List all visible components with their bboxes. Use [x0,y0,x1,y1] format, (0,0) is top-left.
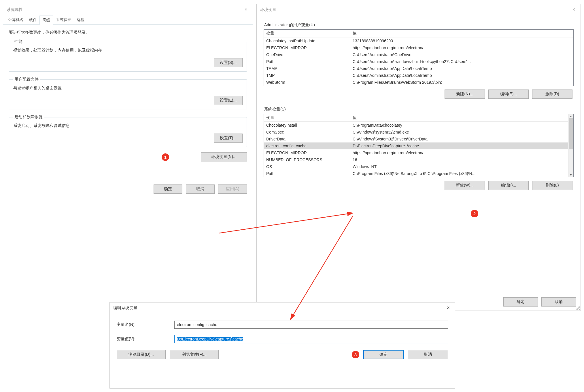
table-row[interactable]: PathC:\Users\Administrator\.windows-buil… [264,58,573,65]
sys-table-scrollbar[interactable]: ▲ ▼ [568,114,573,177]
admin-note: 要进行大多数更改，你必须作为管理员登录。 [9,30,247,35]
var-name-label: 变量名(N): [117,322,174,327]
cell-variable: OS [264,163,350,170]
table-row[interactable]: NUMBER_OF_PROCESSORS16 [264,156,568,163]
close-icon[interactable]: × [445,305,451,311]
callout-1: 1 [162,153,169,161]
user-edit-button[interactable]: 编辑(E)... [488,90,529,99]
var-name-input[interactable]: electron_config_cache [174,321,448,329]
sysprops-ok-button[interactable]: 确定 [154,184,182,194]
user-delete-button[interactable]: 删除(D) [532,90,572,99]
col-variable[interactable]: 变量 [264,114,350,122]
cell-variable: DriverData [264,136,350,142]
cell-variable: ChocolateyInstall [264,122,350,129]
performance-legend: 性能 [13,39,24,44]
scroll-down-icon[interactable]: ▼ [570,173,572,176]
tab-system-protection[interactable]: 系统保护 [53,16,74,24]
cell-value: https://npm.taobao.org/mirrors/electron/ [350,149,568,156]
table-row[interactable]: DriverDataC:\Windows\System32\Drivers\Dr… [264,136,568,142]
cell-value: C:\Program Files (x86)\NetSarang\Xftp 6\… [350,170,568,177]
table-row[interactable]: TMPC:\Users\Administrator\AppData\Local\… [264,72,573,79]
cell-variable: Path [264,170,350,177]
envvars-titlebar: 环境变量 × [257,4,581,14]
cell-variable: ChocolateyLastPathUpdate [264,37,350,44]
cell-value: https://npm.taobao.org/mirrors/electron/ [350,44,573,51]
resize-grip-icon[interactable] [576,306,580,310]
performance-settings-button[interactable]: 设置(S)... [214,58,243,67]
startup-desc: 系统启动、系统故障和调试信息 [13,123,243,128]
col-value[interactable]: 值 [350,114,568,122]
performance-desc: 视觉效果，处理器计划，内存使用，以及虚拟内存 [13,48,243,53]
startup-settings-button[interactable]: 设置(T)... [214,134,243,143]
cell-value: C:\Users\Administrator\OneDrive [350,51,573,58]
cell-variable: WebStorm [264,79,350,86]
cell-value: 16 [350,156,568,163]
env-variables-button[interactable]: 环境变量(N)... [201,152,247,161]
user-new-button[interactable]: 新建(N)... [445,90,485,99]
sys-new-button[interactable]: 新建(W)... [445,181,485,190]
sysprops-tabs: 计算机名 硬件 高级 系统保护 远程 [3,16,253,25]
col-value[interactable]: 值 [350,30,573,37]
var-value-label: 变量值(V): [117,336,174,342]
cell-value: 132189838819096290 [350,37,573,44]
user-vars-table[interactable]: 变量 值 ChocolateyLastPathUpdate13218983881… [264,29,574,86]
envvars-cancel-button[interactable]: 取消 [541,297,576,307]
cell-value: D:\ElectronDeepDive\capture1\cache [350,142,568,149]
tab-advanced[interactable]: 高级 [39,16,53,25]
cell-value: Windows_NT [350,163,568,170]
table-row[interactable]: TEMPC:\Users\Administrator\AppData\Local… [264,65,573,72]
table-row[interactable]: ChocolateyInstallC:\ProgramData\chocolat… [264,122,568,129]
cell-value: C:\ProgramData\chocolatey [350,122,568,129]
table-row[interactable]: ELECTRON_MIRRORhttps://npm.taobao.org/mi… [264,44,573,51]
table-row[interactable]: PathC:\Program Files (x86)\NetSarang\Xft… [264,170,568,177]
userprofile-settings-button[interactable]: 设置(E)... [214,96,243,105]
table-row[interactable]: WebStormC:\Program Files\JetBrains\WebSt… [264,79,573,86]
close-icon[interactable]: × [243,7,249,13]
sysprops-body: 要进行大多数更改，你必须作为管理员登录。 性能 视觉效果，处理器计划，内存使用，… [3,25,253,197]
sysprops-cancel-button[interactable]: 取消 [186,184,215,194]
user-vars-label: Administrator 的用户变量(U) [264,22,574,28]
col-variable[interactable]: 变量 [264,30,350,37]
sysprops-apply-button[interactable]: 应用(A) [218,184,247,194]
table-row[interactable]: OneDriveC:\Users\Administrator\OneDrive [264,51,573,58]
editvar-titlebar: 编辑系统变量 × [110,302,455,312]
table-row[interactable]: electron_config_cacheD:\ElectronDeepDive… [264,142,568,149]
sys-vars-table[interactable]: 变量 值 ChocolateyInstallC:\ProgramData\cho… [264,114,574,177]
cell-variable: OneDrive [264,51,350,58]
tab-hardware[interactable]: 硬件 [26,16,39,24]
performance-group: 性能 视觉效果，处理器计划，内存使用，以及虚拟内存 设置(S)... [9,39,247,72]
sys-delete-button[interactable]: 删除(L) [532,181,572,190]
table-row[interactable]: ChocolateyLastPathUpdate1321898388190962… [264,37,573,44]
close-icon[interactable]: × [570,7,577,13]
browse-file-button[interactable]: 浏览文件(F)... [170,350,219,359]
callout-2: 2 [471,210,478,217]
var-value-input[interactable]: D:\ElectronDeepDive\capture1\cache [174,335,448,343]
cell-variable: ELECTRON_MIRROR [264,44,350,51]
sys-edit-button[interactable]: 编辑(I)... [488,181,529,190]
cell-value: C:\Users\Administrator\AppData\Local\Tem… [350,72,573,79]
cell-value: C:\Users\Administrator\AppData\Local\Tem… [350,65,573,72]
table-row[interactable]: ELECTRON_MIRRORhttps://npm.taobao.org/mi… [264,149,568,156]
browse-dir-button[interactable]: 浏览目录(D)... [117,350,166,359]
envvars-body: Administrator 的用户变量(U) 变量 值 ChocolateyLa… [257,14,581,191]
editvar-ok-button[interactable]: 确定 [363,350,404,359]
table-row[interactable]: ComSpecC:\Windows\system32\cmd.exe [264,129,568,136]
startup-legend: 启动和故障恢复 [13,115,44,120]
cell-variable: electron_config_cache [264,142,350,149]
cell-value: C:\Windows\system32\cmd.exe [350,129,568,136]
userprofile-desc: 与登录帐户相关的桌面设置 [13,85,243,91]
scroll-up-icon[interactable]: ▲ [570,115,572,118]
cell-value: C:\Windows\System32\Drivers\DriverData [350,136,568,142]
cell-variable: ComSpec [264,129,350,136]
tab-remote[interactable]: 远程 [74,16,87,24]
envvars-ok-button[interactable]: 确定 [503,297,538,307]
editvar-body: 变量名(N): electron_config_cache 变量值(V): D:… [110,312,455,365]
scroll-thumb[interactable] [569,118,573,149]
edit-system-variable-dialog: 编辑系统变量 × 变量名(N): electron_config_cache 变… [109,302,455,389]
table-row[interactable]: OSWindows_NT [264,163,568,170]
tab-computer-name[interactable]: 计算机名 [5,16,26,24]
cell-value: C:\Users\Administrator\.windows-build-to… [350,58,573,65]
sys-vars-label: 系统变量(S) [264,107,574,112]
cell-variable: TEMP [264,65,350,72]
editvar-cancel-button[interactable]: 取消 [408,350,448,359]
